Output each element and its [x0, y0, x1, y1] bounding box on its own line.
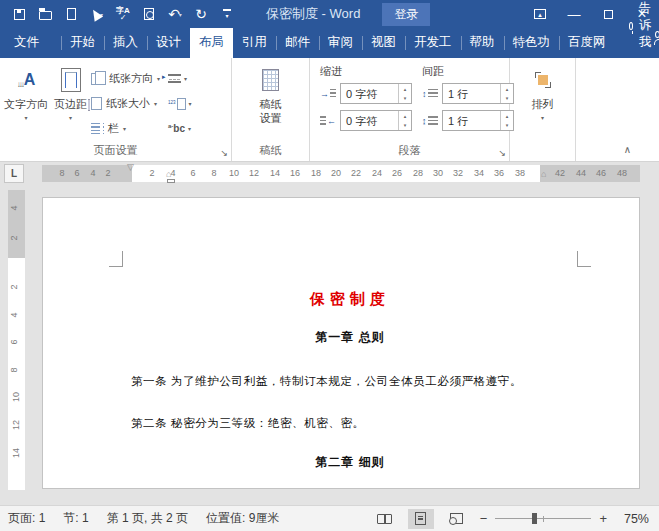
spacing-after-icon: ↨	[422, 116, 438, 126]
vertical-ruler[interactable]: 4 2 2 4 6 8 10 12 14	[8, 190, 25, 490]
margins-icon	[61, 68, 81, 92]
paper-size-icon	[91, 97, 102, 110]
tab-references[interactable]: 引用	[233, 28, 276, 58]
document-heading-2[interactable]: 第二章 细则	[123, 454, 577, 471]
indent-right-field[interactable]: 0 字符 ▴▾	[340, 110, 412, 131]
web-layout-icon	[450, 513, 463, 524]
columns-button[interactable]: 栏▾	[91, 116, 160, 141]
group-page-setup: ↓↓↓A 文字方向 ▾ 页边距 ▾ 纸张方向▾ 纸张大小▾ 栏▾	[0, 58, 232, 161]
zoom-percentage[interactable]: 75%	[617, 512, 649, 526]
collapse-ribbon-button[interactable]: ∧	[624, 144, 631, 155]
ribbon-display-options-button[interactable]: ▴	[523, 0, 557, 28]
group-label-manuscript: 稿纸	[232, 143, 309, 158]
spacing-before-field[interactable]: 1 行 ▴▾	[442, 83, 514, 104]
maximize-button[interactable]	[591, 0, 625, 28]
tab-help[interactable]: 帮助	[461, 28, 504, 58]
right-indent-marker[interactable]: ⌂	[541, 170, 546, 179]
orientation-icon	[91, 73, 105, 85]
tab-layout[interactable]: 布局	[190, 28, 233, 58]
status-page-of-pages[interactable]: 第 1 页, 共 2 页	[107, 510, 188, 527]
zoom-out-button[interactable]: −	[480, 511, 488, 526]
tab-home[interactable]: 开始	[61, 28, 104, 58]
tab-baidu-netdisk[interactable]: 百度网	[559, 28, 615, 58]
orientation-button[interactable]: 纸张方向▾	[91, 66, 160, 91]
spin-up-icon: ▴	[399, 84, 411, 94]
read-mode-button[interactable]	[372, 509, 398, 529]
spin-down-icon: ▾	[399, 121, 411, 131]
share-button[interactable]: + 共享	[655, 17, 659, 58]
status-section[interactable]: 节: 1	[63, 510, 88, 527]
spacing-after-field[interactable]: 1 行 ▴▾	[442, 110, 514, 131]
spacing-before-row: ↕ 1 行 ▴▾	[422, 83, 514, 104]
open-folder-icon	[39, 11, 52, 20]
spacing-after-row: ↨ 1 行 ▴▾	[422, 110, 514, 131]
print-preview-button[interactable]	[136, 2, 162, 26]
status-vertical-position[interactable]: 位置值: 9厘米	[206, 510, 279, 527]
web-layout-button[interactable]	[444, 509, 470, 529]
read-mode-icon	[377, 514, 392, 524]
sign-in-button[interactable]: 登录	[382, 3, 430, 26]
chevron-down-icon: ▾	[157, 75, 160, 82]
tell-me-button[interactable]: 告诉我	[629, 0, 656, 58]
zoom-in-button[interactable]: +	[599, 511, 607, 526]
redo-button[interactable]: ↻	[188, 2, 214, 26]
touch-mouse-mode-button[interactable]: ▾	[84, 2, 110, 26]
print-layout-button[interactable]	[408, 509, 434, 529]
new-document-button[interactable]	[58, 2, 84, 26]
tab-file[interactable]: 文件	[0, 28, 53, 58]
undo-button[interactable]: ↶▾	[162, 2, 188, 26]
document-paragraph-2[interactable]: 第二条 秘密分为三等级：绝密、机密、密。	[131, 416, 591, 431]
arrange-icon	[535, 72, 551, 88]
chevron-down-icon: ▾	[541, 115, 544, 123]
group-label-paragraph: 段落	[310, 143, 509, 158]
spinner[interactable]: ▴▾	[398, 84, 411, 103]
document-heading-1[interactable]: 第一章 总则	[123, 329, 577, 346]
dialog-launcher-icon[interactable]: ↘	[498, 148, 506, 158]
line-numbers-button[interactable]: 123 ▾	[168, 91, 192, 116]
dialog-launcher-icon[interactable]: ↘	[220, 148, 228, 158]
person-plus-icon	[655, 31, 659, 38]
group-label-page-setup: 页面设置	[0, 143, 231, 158]
margin-crop-mark-right	[577, 251, 591, 267]
cursor-icon	[89, 7, 103, 22]
tab-review[interactable]: 审阅	[319, 28, 362, 58]
ribbon-layout: ↓↓↓A 文字方向 ▾ 页边距 ▾ 纸张方向▾ 纸张大小▾ 栏▾	[0, 58, 659, 162]
tab-insert[interactable]: 插入	[104, 28, 147, 58]
tab-design[interactable]: 设计	[147, 28, 190, 58]
zoom-slider-thumb[interactable]	[532, 513, 537, 524]
breaks-button[interactable]: ▾	[168, 66, 192, 91]
spacing-label: 间距	[422, 64, 514, 79]
ruler-left-margin	[42, 165, 132, 182]
hyphenation-button[interactable]: a-bc ▾	[168, 116, 192, 141]
zoom-control: − +	[480, 511, 607, 526]
ribbon-empty-area: ∧	[576, 58, 659, 161]
tab-features[interactable]: 特色功	[504, 28, 560, 58]
arrange-button[interactable]: 排列 ▾	[532, 58, 554, 161]
left-indent-marker[interactable]	[167, 179, 175, 183]
open-button[interactable]	[32, 2, 58, 26]
document-paragraph-1[interactable]: 第一条 为了维护公司利益，特制订本规定，公司全体员工必须严格遵守。	[131, 374, 591, 389]
save-button[interactable]	[6, 2, 32, 26]
tab-view[interactable]: 视图	[362, 28, 405, 58]
minimize-icon: —	[568, 7, 581, 22]
lightbulb-icon	[629, 22, 634, 30]
group-paragraph: 缩进 → 0 字符 ▴▾ ← 0 字符 ▴▾ 间距 ↕ 1	[310, 58, 510, 161]
customize-qat-button[interactable]: ▾	[214, 2, 240, 26]
spin-down-icon: ▾	[399, 94, 411, 104]
group-arrange: 排列 ▾	[510, 58, 576, 161]
paper-size-button[interactable]: 纸张大小▾	[91, 91, 160, 116]
minimize-button[interactable]: —	[557, 0, 591, 28]
tab-developer[interactable]: 开发工	[405, 28, 461, 58]
document-page[interactable]: 保密制度 第一章 总则 第一条 为了维护公司利益，特制订本规定，公司全体员工必须…	[42, 197, 640, 489]
spelling-grammar-button[interactable]: 字A✓	[110, 2, 136, 26]
tab-mailings[interactable]: 邮件	[276, 28, 319, 58]
document-title[interactable]: 保密制度	[123, 290, 577, 309]
hanging-indent-marker[interactable]: ⌂	[166, 170, 171, 179]
spinner[interactable]: ▴▾	[398, 111, 411, 130]
horizontal-ruler[interactable]: 8 6 4 2 2 4 6 8 10 12 14 16 18 20 22 24 …	[42, 165, 640, 182]
indent-left-field[interactable]: 0 字符 ▴▾	[340, 83, 412, 104]
tab-selector-button[interactable]: L	[4, 164, 24, 183]
zoom-slider[interactable]	[495, 513, 591, 525]
first-line-indent-marker[interactable]: ▽	[127, 163, 134, 172]
status-page-number[interactable]: 页面: 1	[8, 510, 45, 527]
